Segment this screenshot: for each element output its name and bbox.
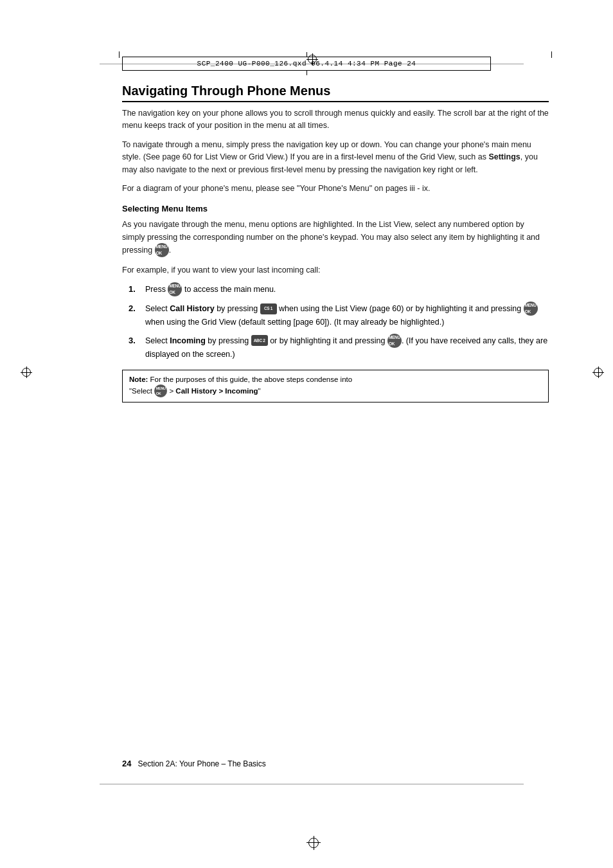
note-box: Note: For the purposes of this guide, th… xyxy=(122,370,549,402)
step-1-content: Press MENUOK to access the main menu. xyxy=(145,283,549,297)
section-label: Section 2A: Your Phone – The Basics xyxy=(138,759,265,768)
step1-menu-button: MENUOK xyxy=(168,282,182,296)
step-1-number: 1. xyxy=(129,283,140,296)
vline-left xyxy=(119,51,120,58)
step-2-content: Select Call History by pressing CS 1 whe… xyxy=(145,302,549,329)
section-title: Navigating Through Phone Menus xyxy=(122,84,549,102)
intro-para1: The navigation key on your phone allows … xyxy=(122,107,549,132)
step-3-number: 3. xyxy=(129,334,140,347)
main-content: Navigating Through Phone Menus The navig… xyxy=(122,84,549,739)
menu-button-icon: MENUOK xyxy=(155,243,169,257)
intro-para3: For a diagram of your phone's menu, plea… xyxy=(122,183,549,195)
intro-para2: To navigate through a menu, simply press… xyxy=(122,139,549,176)
trim-line-bottom xyxy=(100,784,524,784)
step-2-number: 2. xyxy=(129,302,140,315)
note-menu-button: MENUOK xyxy=(154,384,167,397)
vline-right xyxy=(551,51,552,58)
note-text: For the purposes of this guide, the abov… xyxy=(150,375,353,383)
step-3: 3. Select Incoming by pressing ABC 2 or … xyxy=(129,334,549,361)
step2-cs1-button: CS 1 xyxy=(260,303,277,314)
step-3-content: Select Incoming by pressing ABC 2 or by … xyxy=(145,334,549,361)
note-label: Note: xyxy=(129,375,150,383)
subsection-para1: As you navigate through the menu, menu o… xyxy=(122,219,549,258)
page-number: 24 xyxy=(122,759,131,768)
steps-list: 1. Press MENUOK to access the main menu.… xyxy=(122,283,549,361)
page-footer: 24 Section 2A: Your Phone – The Basics xyxy=(122,759,549,768)
page-container: SCP_2400 UG-P000_126.qxd 06.4.14 4:34 PM… xyxy=(0,0,613,868)
subsection-title: Selecting Menu Items xyxy=(122,204,549,213)
file-info-text: SCP_2400 UG-P000_126.qxd 06.4.14 4:34 PM… xyxy=(197,60,416,68)
step3-abc2-button: ABC 2 xyxy=(251,335,268,346)
step-2: 2. Select Call History by pressing CS 1 … xyxy=(129,302,549,329)
note-quote: "Select MENUOK > Call History > Incoming… xyxy=(129,387,261,395)
example-intro: For example, if you want to view your la… xyxy=(122,264,549,276)
step3-menu-button: MENUOK xyxy=(387,334,402,348)
step-1: 1. Press MENUOK to access the main menu. xyxy=(129,283,549,297)
step2-menu-button: MENUOK xyxy=(524,302,538,316)
